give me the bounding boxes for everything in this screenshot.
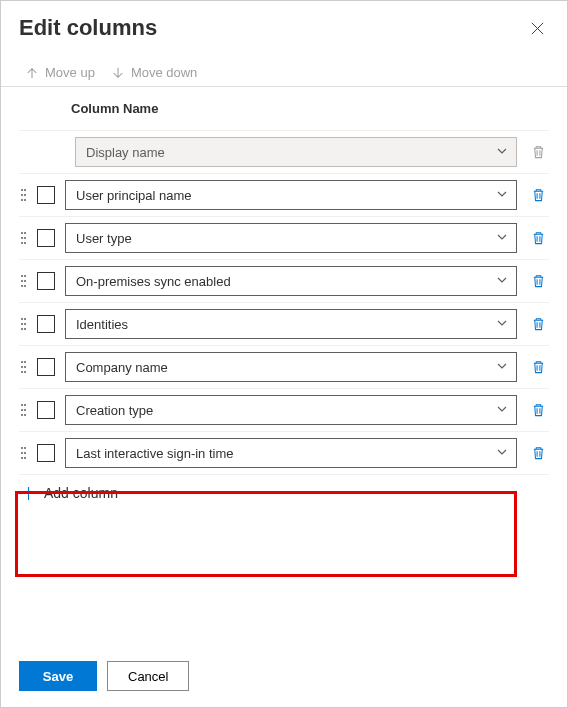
- svg-point-22: [21, 328, 23, 330]
- column-name-header: Column Name: [19, 87, 549, 130]
- delete-column-button[interactable]: [527, 402, 549, 418]
- panel-title: Edit columns: [19, 15, 157, 41]
- svg-point-7: [24, 232, 26, 234]
- svg-point-11: [24, 242, 26, 244]
- column-select-label: Identities: [76, 317, 128, 332]
- row-checkbox[interactable]: [37, 272, 55, 290]
- chevron-down-icon: [496, 317, 508, 332]
- chevron-down-icon: [496, 360, 508, 375]
- column-select-label: On-premises sync enabled: [76, 274, 231, 289]
- svg-point-8: [21, 237, 23, 239]
- svg-point-35: [24, 414, 26, 416]
- column-row: Display name: [19, 130, 549, 173]
- arrow-down-icon: [111, 66, 125, 80]
- column-select-label: Last interactive sign-in time: [76, 446, 234, 461]
- column-select[interactable]: User principal name: [65, 180, 517, 210]
- row-checkbox[interactable]: [37, 358, 55, 376]
- row-checkbox[interactable]: [37, 315, 55, 333]
- delete-column-button[interactable]: [527, 445, 549, 461]
- svg-point-1: [24, 189, 26, 191]
- svg-point-24: [21, 361, 23, 363]
- row-checkbox[interactable]: [37, 444, 55, 462]
- delete-column-button[interactable]: [527, 230, 549, 246]
- chevron-down-icon: [496, 274, 508, 289]
- svg-point-31: [24, 404, 26, 406]
- chevron-down-icon: [496, 446, 508, 461]
- footer: Save Cancel: [1, 649, 567, 707]
- svg-point-21: [24, 323, 26, 325]
- svg-point-33: [24, 409, 26, 411]
- svg-point-9: [24, 237, 26, 239]
- drag-handle[interactable]: [19, 446, 27, 460]
- row-checkbox[interactable]: [37, 401, 55, 419]
- plus-icon: [21, 486, 36, 501]
- trash-icon: [531, 316, 546, 332]
- column-select-label: Creation type: [76, 403, 153, 418]
- chevron-down-icon: [496, 145, 508, 160]
- column-row: Company name: [19, 345, 549, 388]
- column-select[interactable]: Last interactive sign-in time: [65, 438, 517, 468]
- delete-column-button[interactable]: [527, 187, 549, 203]
- svg-point-40: [21, 457, 23, 459]
- arrow-up-icon: [25, 66, 39, 80]
- delete-column-button[interactable]: [527, 273, 549, 289]
- trash-icon: [531, 230, 546, 246]
- svg-point-34: [21, 414, 23, 416]
- chevron-down-icon: [496, 403, 508, 418]
- svg-point-14: [21, 280, 23, 282]
- column-select-label: Company name: [76, 360, 168, 375]
- drag-handle[interactable]: [19, 360, 27, 374]
- delete-column-button[interactable]: [527, 316, 549, 332]
- drag-handle[interactable]: [19, 317, 27, 331]
- column-row: Last interactive sign-in time: [19, 431, 549, 474]
- row-checkbox[interactable]: [37, 229, 55, 247]
- column-row: User principal name: [19, 173, 549, 216]
- svg-point-10: [21, 242, 23, 244]
- svg-point-20: [21, 323, 23, 325]
- move-up-button: Move up: [25, 65, 95, 80]
- svg-point-37: [24, 447, 26, 449]
- svg-point-5: [24, 199, 26, 201]
- svg-point-29: [24, 371, 26, 373]
- delete-column-button[interactable]: [527, 359, 549, 375]
- column-row: Creation type: [19, 388, 549, 431]
- column-select[interactable]: On-premises sync enabled: [65, 266, 517, 296]
- save-button[interactable]: Save: [19, 661, 97, 691]
- svg-point-38: [21, 452, 23, 454]
- trash-icon: [531, 402, 546, 418]
- svg-point-17: [24, 285, 26, 287]
- close-button[interactable]: [526, 17, 549, 40]
- svg-point-3: [24, 194, 26, 196]
- trash-icon: [531, 445, 546, 461]
- trash-icon: [531, 273, 546, 289]
- trash-icon: [531, 359, 546, 375]
- column-select[interactable]: Identities: [65, 309, 517, 339]
- delete-column-button: [527, 144, 549, 160]
- svg-point-12: [21, 275, 23, 277]
- cancel-button[interactable]: Cancel: [107, 661, 189, 691]
- column-select[interactable]: Creation type: [65, 395, 517, 425]
- svg-point-4: [21, 199, 23, 201]
- drag-handle[interactable]: [19, 403, 27, 417]
- drag-handle[interactable]: [19, 231, 27, 245]
- svg-point-23: [24, 328, 26, 330]
- svg-point-39: [24, 452, 26, 454]
- chevron-down-icon: [496, 231, 508, 246]
- row-checkbox[interactable]: [37, 186, 55, 204]
- column-select[interactable]: User type: [65, 223, 517, 253]
- add-column-button[interactable]: Add column: [19, 474, 549, 511]
- svg-point-30: [21, 404, 23, 406]
- move-up-label: Move up: [45, 65, 95, 80]
- chevron-down-icon: [496, 188, 508, 203]
- svg-point-26: [21, 366, 23, 368]
- svg-point-13: [24, 275, 26, 277]
- column-row: On-premises sync enabled: [19, 259, 549, 302]
- svg-point-25: [24, 361, 26, 363]
- svg-point-0: [21, 189, 23, 191]
- column-select[interactable]: Company name: [65, 352, 517, 382]
- move-down-label: Move down: [131, 65, 197, 80]
- svg-point-6: [21, 232, 23, 234]
- drag-handle[interactable]: [19, 274, 27, 288]
- drag-handle[interactable]: [19, 188, 27, 202]
- column-select: Display name: [75, 137, 517, 167]
